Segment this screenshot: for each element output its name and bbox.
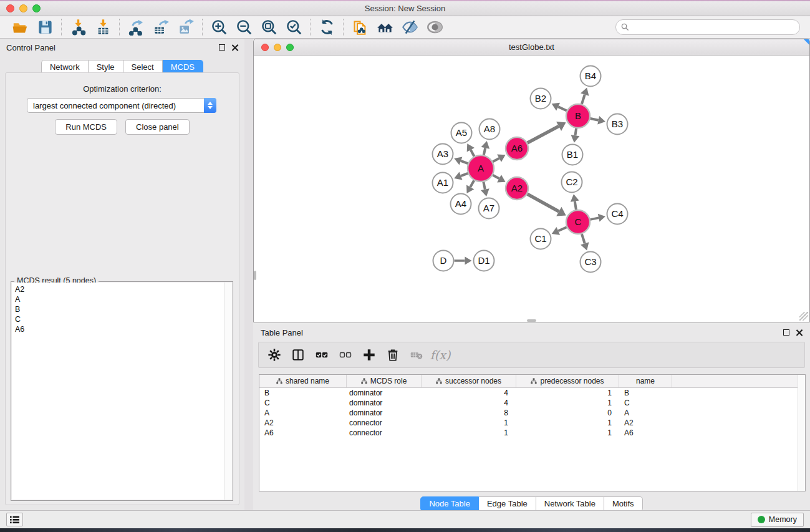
column-type-icon [436,378,442,384]
table-cell: connector [347,418,422,427]
deselect-all-columns-button[interactable] [336,346,355,364]
table-row[interactable]: A2connector11A2 [259,418,805,428]
panel-splitter[interactable] [244,39,253,510]
edge-B-B3[interactable] [591,118,599,120]
show-column-button[interactable] [289,346,307,364]
edge-A-A6[interactable] [493,158,499,162]
export-image-button[interactable] [175,18,197,37]
edge-A-A8[interactable] [484,148,486,155]
show-graphics-details-button[interactable] [423,18,446,37]
zoom-fit-button[interactable] [258,18,280,37]
zoom-in-button[interactable] [208,18,230,37]
session-title: Session: New Session [0,4,810,13]
node-label-A7: A7 [483,203,494,213]
vertical-scroll-thumb[interactable] [254,271,256,280]
close-table-panel-icon[interactable] [796,329,803,336]
zoom-in-icon [211,19,228,36]
zoom-selected-button[interactable] [282,18,305,37]
edge-A-A3[interactable] [461,161,468,163]
horizontal-scroll-thumb[interactable] [527,319,536,322]
hide-graphics-details-button[interactable] [398,18,421,37]
edge-A-A7[interactable] [483,182,485,190]
edge-B-B2[interactable] [558,107,567,110]
delete-table-button[interactable] [407,346,426,364]
edge-C-C4[interactable] [591,218,599,220]
edge-B-B4[interactable] [582,95,585,104]
table-cell: C [259,399,347,407]
criterion-dropdown[interactable]: largest connected component (directed) [27,98,216,113]
edge-A-A4[interactable] [470,180,474,187]
arrowhead-icon [598,214,605,222]
resize-grip-icon[interactable] [799,312,808,321]
arrowhead-icon [597,116,605,125]
edge-B-B1[interactable] [575,128,576,136]
edge-A-A1[interactable] [461,173,468,176]
apply-layout-button[interactable] [316,18,338,37]
tab-network-table[interactable]: Network Table [536,496,604,511]
search-input[interactable] [632,23,794,32]
edge-A2-C[interactable] [528,194,559,211]
delete-column-button[interactable] [383,346,402,364]
table-scrollbar[interactable] [798,375,805,491]
column-header-filler [672,375,805,387]
import-network-button[interactable] [67,18,89,37]
table-row[interactable]: Adominator80A [259,408,805,418]
mcds-result-item[interactable]: B [15,304,232,314]
result-scrollbar[interactable] [224,283,232,500]
run-mcds-button[interactable]: Run MCDS [55,119,117,135]
table-row[interactable]: A6connector11A6 [259,428,805,438]
search-field[interactable] [615,19,800,35]
network-canvas[interactable]: B4B2BB3A5A8A6B1A3AA1C2A2A4A7C4CC1C3DD1 [254,56,809,322]
edge-A-A2[interactable] [493,175,499,179]
tab-edge-table[interactable]: Edge Table [479,496,536,511]
gear-icon [268,348,281,362]
edge-C-C3[interactable] [582,234,585,243]
edge-A6-B[interactable] [528,126,559,143]
zoom-out-button[interactable] [233,18,255,37]
column-icon [291,348,305,362]
float-panel-icon[interactable] [219,44,225,51]
column-header-MCDS-role[interactable]: MCDS role [347,375,422,387]
column-header-predecessor-nodes[interactable]: predecessor nodes [516,375,619,387]
memory-button[interactable]: Memory [751,513,804,527]
column-header-successor-nodes[interactable]: successor nodes [422,375,516,387]
table-cell: C [619,399,672,407]
search-icon [621,23,629,31]
edge-C-C2[interactable] [575,201,576,210]
column-header-shared-name[interactable]: shared name [259,375,347,387]
export-table-button[interactable] [150,18,172,37]
mcds-result-item[interactable]: C [15,314,232,324]
table-body: Bdominator41BCdominator41CAdominator80AA… [259,388,805,438]
edge-C-C1[interactable] [558,227,566,231]
export-network-button[interactable] [125,18,147,37]
select-all-columns-button[interactable] [312,346,331,364]
mcds-result-item[interactable]: A6 [15,324,232,334]
close-panel-button[interactable]: Close panel [125,119,190,135]
import-table-button[interactable] [92,18,114,37]
criterion-value: largest connected component (directed) [27,101,205,110]
function-builder-button[interactable]: f(x) [431,346,450,364]
arrowhead-icon [571,135,580,142]
dropdown-stepper-icon [204,98,216,113]
status-bar: Memory [0,510,810,528]
create-column-button[interactable] [360,346,378,364]
task-history-button[interactable] [6,513,23,526]
home-browser-button[interactable] [374,18,396,37]
table-row[interactable]: Cdominator41C [259,398,805,408]
close-panel-icon[interactable] [231,44,238,51]
tab-motifs[interactable]: Motifs [604,496,643,511]
control-panel-title: Control Panel [6,43,55,52]
export-image-icon [178,19,195,36]
clone-network-button[interactable] [349,18,371,37]
float-table-panel-icon[interactable] [783,329,789,336]
open-session-button[interactable] [9,18,31,37]
table-options-gear-button[interactable] [265,346,284,364]
table-row[interactable]: Bdominator41B [259,388,805,398]
mcds-result-item[interactable]: A2 [15,284,232,294]
mcds-result-item[interactable]: A [15,294,232,304]
column-header-name[interactable]: name [619,375,672,387]
edge-A-A5[interactable] [471,150,475,156]
tab-node-table[interactable]: Node Table [420,496,479,511]
save-session-button[interactable] [34,18,56,37]
delete-table-icon [410,348,423,362]
